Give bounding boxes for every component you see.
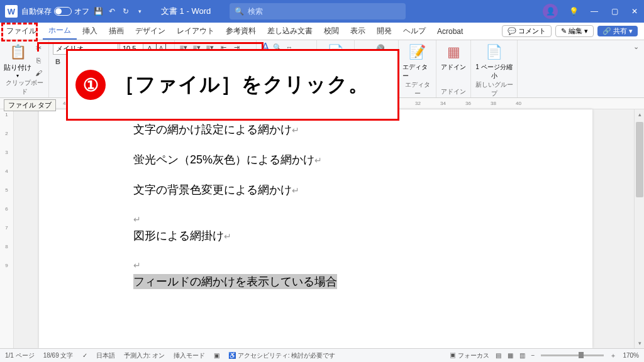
scroll-up-icon[interactable]: ▴ [635, 109, 644, 119]
zoom-in-button[interactable]: ＋ [610, 351, 616, 360]
doc-line[interactable]: 図形による網掛け↵ [133, 228, 592, 243]
tab-insert[interactable]: 挿入 [77, 23, 103, 40]
newgroup-group: 📄 1 ページ分縮小 新しいグループ [471, 40, 518, 97]
addin-icon: ▦ [443, 42, 464, 62]
copy-icon[interactable]: ⎘ [33, 55, 43, 65]
editor-group: 📝 エディター エディター [399, 40, 436, 97]
autosave-toggle[interactable]: 自動保存 オフ [21, 6, 89, 17]
doc-line[interactable]: ↵ [133, 212, 592, 226]
tab-help[interactable]: ヘルプ [397, 23, 431, 40]
newgroup-label: 新しいグループ [475, 80, 513, 99]
paragraph-mark-icon: ↵ [133, 260, 141, 270]
status-page[interactable]: 1/1 ページ [5, 351, 35, 360]
minimize-button[interactable]: ― [590, 7, 599, 16]
search-input[interactable]: 🔍 検索 [230, 3, 406, 19]
tab-view[interactable]: 表示 [345, 23, 371, 40]
title-bar: W 自動保存 オフ 💾 ↶ ↻ ▾ 文書 1 - Word 🔍 検索 👤 💡 ―… [0, 0, 644, 23]
doc-line[interactable]: ↵ [133, 258, 592, 272]
status-macro-icon[interactable]: ▣ [214, 352, 219, 359]
toggle-switch-icon[interactable] [54, 7, 72, 16]
format-painter-icon[interactable]: 🖌 [33, 68, 43, 78]
editing-mode-button[interactable]: ✎ 編集 ▾ [555, 25, 594, 37]
focus-mode-button[interactable]: ▣ フォーカス [450, 351, 489, 360]
shrink-page-button[interactable]: 📄 1 ページ分縮小 [475, 42, 513, 80]
autosave-label: 自動保存 [21, 6, 52, 17]
status-insert[interactable]: 挿入モード [174, 351, 205, 360]
page-icon: 📄 [484, 42, 504, 62]
web-layout-icon[interactable]: ▥ [519, 352, 525, 359]
help-icon[interactable]: 💡 [569, 7, 579, 16]
qat-more-icon[interactable]: ▾ [135, 6, 145, 16]
save-icon[interactable]: 💾 [93, 6, 103, 16]
vertical-scrollbar[interactable]: ▴ ▾ [634, 109, 644, 348]
tab-developer[interactable]: 開発 [371, 23, 397, 40]
addin-group: ▦ アドイン アドイン [436, 40, 471, 97]
status-words[interactable]: 18/69 文字 [43, 351, 74, 360]
editor-button[interactable]: 📝 エディター [402, 42, 432, 80]
status-predict[interactable]: 予測入力: オン [124, 351, 165, 360]
paragraph-mark-icon: ↵ [292, 185, 299, 195]
file-tab-tooltip: ファイル タブ [4, 99, 56, 111]
addin-group-label: アドイン [440, 87, 467, 97]
tab-mailings[interactable]: 差し込み文書 [262, 23, 318, 40]
paragraph-mark-icon: ↵ [224, 231, 231, 241]
maximize-button[interactable]: ▢ [610, 7, 619, 16]
clipboard-label: クリップボード [4, 79, 45, 97]
editor-icon: 📝 [408, 42, 428, 62]
doc-line[interactable]: 蛍光ペン（25%灰色）による網かけ↵ [133, 152, 592, 167]
zoom-slider[interactable] [541, 354, 604, 356]
bold-icon[interactable]: B [53, 57, 63, 67]
chevron-down-icon: ▾ [16, 73, 19, 79]
editor-group-label: エディター [402, 80, 432, 99]
paragraph-mark-icon: ↵ [314, 155, 322, 165]
annotation-step-number: ① [75, 70, 106, 100]
tab-design[interactable]: デザイン [130, 23, 171, 40]
tab-home[interactable]: ホーム [43, 23, 77, 40]
tabbar-right: 💬 コメント ✎ 編集 ▾ 🔗 共有 ▾ [498, 23, 641, 40]
clipboard-icon: 📋 [8, 42, 28, 62]
tab-draw[interactable]: 描画 [103, 23, 130, 40]
vertical-ruler[interactable]: 123456789 [0, 109, 14, 348]
status-lang[interactable]: 日本語 [96, 351, 115, 360]
titlebar-right: 👤 💡 ― ▢ ✕ [543, 4, 639, 19]
tab-references[interactable]: 参考資料 [220, 23, 262, 40]
ribbon-tabs: ファイル ホーム 挿入 描画 デザイン レイアウト 参考資料 差し込み文書 校閲… [0, 23, 644, 40]
statusbar-right: ▣ フォーカス ▤ ▦ ▥ − ＋ 170% [450, 351, 639, 360]
word-app-icon: W [5, 5, 18, 18]
zoom-level[interactable]: 170% [623, 352, 639, 359]
print-layout-icon[interactable]: ▦ [508, 352, 513, 359]
share-button[interactable]: 🔗 共有 ▾ [597, 26, 638, 36]
status-bar: 1/1 ページ 18/69 文字 ✓ 日本語 予測入力: オン 挿入モード ▣ … [0, 348, 644, 362]
scroll-thumb[interactable] [636, 122, 643, 197]
annotation-text: ［ファイル］をクリック。 [114, 71, 369, 99]
user-avatar[interactable]: 👤 [543, 4, 558, 19]
ribbon-collapse-icon[interactable]: ⌄ [628, 40, 644, 97]
titlebar-left: W 自動保存 オフ 💾 ↶ ↻ ▾ 文書 1 - Word [5, 5, 211, 18]
search-placeholder: 検索 [248, 6, 263, 17]
search-icon: 🔍 [235, 7, 244, 16]
scroll-down-icon[interactable]: ▾ [635, 338, 644, 348]
tab-acrobat[interactable]: Acrobat [431, 23, 469, 40]
comments-button[interactable]: 💬 コメント [502, 25, 552, 37]
doc-line[interactable]: フィールドの網かけを表示している場合 [133, 274, 592, 289]
tab-layout[interactable]: レイアウト [171, 23, 220, 40]
document-page[interactable]: 文字の網かけ設定による網かけ↵ 蛍光ペン（25%灰色）による網かけ↵ 文字の背景… [39, 109, 592, 348]
autosave-state: オフ [74, 6, 89, 17]
read-mode-icon[interactable]: ▤ [496, 352, 501, 359]
redo-icon[interactable]: ↻ [121, 6, 131, 16]
zoom-out-button[interactable]: − [531, 352, 535, 359]
close-button[interactable]: ✕ [630, 7, 639, 16]
paragraph-mark-icon: ↵ [292, 125, 299, 135]
document-title: 文書 1 - Word [161, 6, 211, 17]
addin-button[interactable]: ▦ アドイン [440, 42, 467, 72]
paragraph-mark-icon: ↵ [133, 214, 141, 224]
status-spell-icon[interactable]: ✓ [82, 352, 87, 359]
document-area: 123456789 文字の網かけ設定による網かけ↵ 蛍光ペン（25%灰色）による… [0, 109, 644, 348]
annotation-callout: ① ［ファイル］をクリック。 [66, 49, 399, 121]
paste-button[interactable]: 📋 貼り付け ▾ [4, 42, 31, 79]
undo-icon[interactable]: ↶ [107, 6, 117, 16]
status-access[interactable]: ♿ アクセシビリティ: 検討が必要です [228, 351, 335, 360]
doc-line[interactable]: 文字の網かけ設定による網かけ↵ [133, 122, 592, 137]
tab-review[interactable]: 校閲 [318, 23, 345, 40]
doc-line[interactable]: 文字の背景色変更による網かけ↵ [133, 182, 592, 197]
